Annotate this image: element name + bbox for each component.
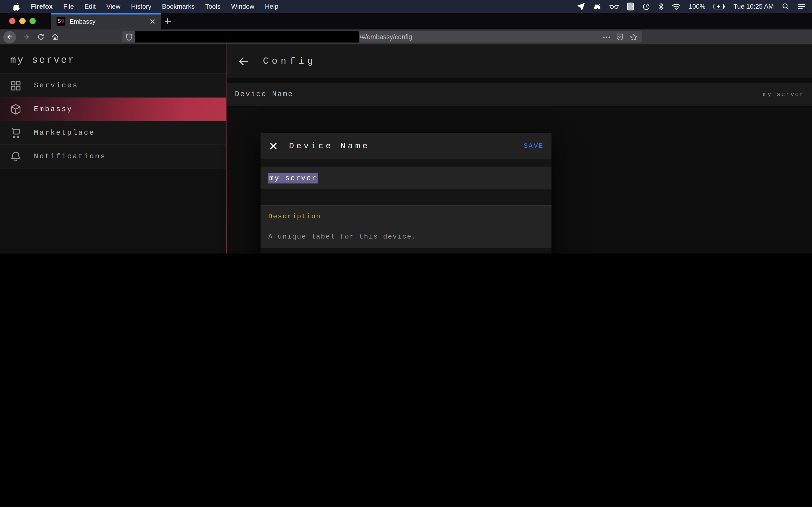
page-actions-ellipsis-icon[interactable] (603, 36, 610, 38)
tab-title: Embassy (69, 18, 150, 25)
firefox-tabbar: S9 Embassy (0, 13, 812, 30)
pocket-icon[interactable] (616, 33, 623, 41)
macos-menubar: Firefox File Edit View History Bookmarks… (0, 0, 812, 13)
apple-icon (13, 2, 20, 11)
device-name-row[interactable]: Device Name my server (227, 83, 812, 107)
embassy-app: my server Services Embassy Marketplace N… (0, 44, 812, 253)
minimize-window-button[interactable] (19, 18, 26, 24)
grid-icon (10, 79, 22, 92)
server-name-title: my server (10, 55, 75, 66)
modal-gap (260, 159, 552, 167)
close-icon[interactable] (269, 142, 277, 150)
description-label: Description (268, 213, 321, 220)
modal-gap (260, 189, 552, 205)
active-tab-indicator (51, 13, 161, 14)
home-button[interactable] (48, 31, 62, 43)
apple-menu[interactable] (8, 0, 26, 13)
bookmark-star-icon[interactable] (630, 33, 638, 41)
sidebar-item-label: Services (34, 81, 78, 90)
animal-icon[interactable] (593, 3, 601, 10)
main-content: Config Device Name my server Device Name… (227, 44, 812, 253)
cart-icon (10, 127, 22, 139)
zoom-window-button[interactable] (30, 18, 36, 24)
menu-tools[interactable]: Tools (200, 0, 226, 13)
description-section: Description A unique label for this devi… (260, 205, 552, 248)
reload-icon (37, 33, 44, 41)
wifi-icon[interactable] (672, 3, 680, 10)
menu-view[interactable]: View (101, 0, 126, 13)
save-button[interactable]: SAVE (524, 142, 544, 150)
menubar-app-name[interactable]: Firefox (26, 0, 58, 13)
device-name-value: my server (763, 91, 804, 98)
battery-icon (714, 3, 725, 10)
tracking-protection-shield-icon[interactable] (126, 33, 133, 41)
menu-bookmarks[interactable]: Bookmarks (157, 0, 200, 13)
glasses-icon[interactable] (609, 3, 619, 10)
sidebar-item-notifications[interactable]: Notifications (0, 145, 226, 169)
back-arrow-icon[interactable] (238, 56, 249, 67)
sidebar-item-label: Marketplace (34, 129, 95, 137)
menu-edit[interactable]: Edit (79, 0, 101, 13)
description-text: A unique label for this device. (268, 233, 417, 240)
menu-history[interactable]: History (126, 0, 157, 13)
sidebar-item-services[interactable]: Services (0, 73, 226, 98)
back-button[interactable] (3, 31, 16, 43)
sidebar-menu: Services Embassy Marketplace Notificatio… (0, 73, 226, 169)
firefox-navbar: /#/embassy/config ADB (0, 30, 812, 44)
reload-button[interactable] (33, 31, 48, 43)
battery-percentage: 100% (689, 3, 705, 10)
bell-icon (10, 151, 22, 163)
modal-header: Device Name SAVE (260, 133, 552, 159)
menu-window[interactable]: Window (226, 0, 260, 13)
site-favicon: S9 (57, 17, 65, 25)
menu-file[interactable]: File (58, 0, 79, 13)
screen: Firefox File Edit View History Bookmarks… (0, 0, 812, 253)
url-path-text: /#/embassy/config (360, 33, 603, 41)
back-arrow-icon (6, 33, 13, 41)
menu-help[interactable]: Help (260, 0, 284, 13)
bluetooth-icon[interactable] (658, 3, 664, 10)
device-name-modal: Device Name SAVE my server Description A… (260, 133, 552, 253)
menubar-clock[interactable]: Tue 10:25 AM (733, 3, 774, 10)
sidebar-item-label: Notifications (34, 152, 106, 161)
forward-button[interactable] (19, 31, 33, 43)
spotlight-icon[interactable] (782, 3, 789, 10)
close-window-button[interactable] (9, 18, 15, 24)
input-selected-text: my server (268, 173, 318, 183)
sidebar: my server Services Embassy Marketplace N… (0, 44, 226, 253)
device-name-label: Device Name (235, 90, 293, 99)
browser-tab-embassy[interactable]: S9 Embassy (51, 13, 161, 30)
sidebar-item-label: Embassy (34, 105, 73, 113)
new-tab-button[interactable] (164, 13, 171, 30)
time-machine-icon[interactable] (642, 3, 650, 10)
page-header: Config (227, 44, 812, 78)
menu-list-icon[interactable] (798, 3, 805, 10)
header-gap (227, 78, 812, 83)
display-icon[interactable] (627, 2, 634, 11)
close-tab-icon[interactable] (150, 18, 155, 24)
device-name-input[interactable]: my server (260, 167, 552, 190)
paper-plane-icon[interactable] (577, 3, 585, 10)
forward-arrow-icon (22, 33, 30, 41)
sidebar-item-embassy[interactable]: Embassy (0, 98, 226, 121)
plus-icon (164, 18, 171, 24)
home-icon (51, 33, 59, 41)
url-bar[interactable]: /#/embassy/config (122, 32, 642, 43)
redacted-url-host (135, 32, 359, 43)
modal-title: Device Name (289, 141, 370, 151)
page-title: Config (263, 56, 316, 67)
sidebar-item-marketplace[interactable]: Marketplace (0, 121, 226, 145)
cube-icon (10, 103, 22, 115)
